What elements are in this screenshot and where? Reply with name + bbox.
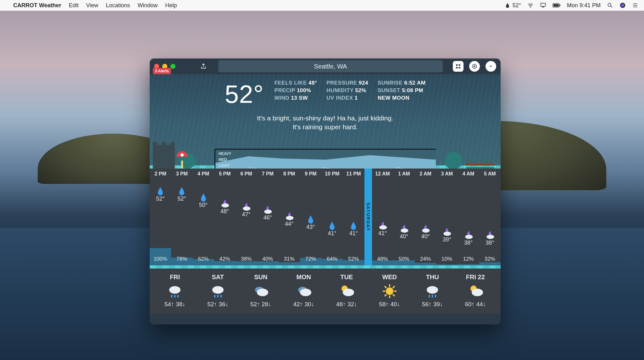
control-center-icon[interactable] [632, 2, 638, 8]
svg-point-17 [445, 152, 462, 169]
svg-point-5 [608, 3, 611, 6]
titlebar: 3 Alerts Seattle, WA [150, 58, 501, 74]
hour-col[interactable]: 4 AM 38° 12% [458, 169, 479, 265]
hour-col[interactable]: 7 PM 46° 40% [257, 169, 278, 265]
hour-col[interactable]: 11 PM 41° 52% [343, 169, 364, 265]
spotlight-icon[interactable] [607, 2, 613, 8]
svg-point-0 [530, 7, 531, 8]
night-cloud-icon [263, 205, 273, 215]
hour-col[interactable]: 8 PM 44° 31% [279, 169, 300, 265]
night-cloud-icon [378, 221, 388, 231]
day-col[interactable]: THU 56 39 [411, 274, 454, 308]
hour-col[interactable]: 3 AM 39° 10% [436, 169, 458, 265]
dropdown-button[interactable] [486, 61, 496, 72]
window-maximize[interactable] [170, 64, 175, 69]
drop-icon [177, 186, 187, 196]
grid-icon [455, 63, 461, 69]
svg-rect-18 [466, 163, 494, 166]
app-menu[interactable]: CARROT Weather [13, 2, 61, 9]
hour-col[interactable]: 5 PM 48° 42% [214, 169, 236, 265]
sun-cloud-icon [325, 284, 368, 298]
scene-bench-icon [438, 139, 501, 173]
svg-rect-4 [559, 4, 560, 6]
night-cloud-icon [241, 202, 251, 212]
svg-point-9 [474, 66, 475, 67]
day-col[interactable]: WED 58 40 [368, 274, 411, 308]
menu-locations[interactable]: Locations [106, 2, 130, 9]
rain-icon [197, 284, 240, 298]
wifi-icon[interactable] [527, 2, 534, 8]
airplay-icon[interactable] [540, 2, 546, 8]
hour-col[interactable]: 1 AM 40° 50% [393, 169, 415, 265]
night-cloud-icon [220, 199, 230, 209]
hour-col[interactable]: 4 PM 50° 62% [193, 169, 214, 265]
hour-col[interactable]: 2 AM 40° 24% [415, 169, 436, 265]
current-conditions: 52° FEELS LIKE 48° PRECIP 100% WIND 13 S… [150, 74, 501, 165]
alerts-badge[interactable]: 3 Alerts [153, 68, 171, 74]
hour-col[interactable]: 5 AM 38° 32% [479, 169, 501, 265]
night-cloud-icon [420, 224, 430, 234]
night-cloud-icon [442, 227, 452, 237]
target-button[interactable] [469, 61, 480, 72]
forecast-mode-button[interactable] [453, 61, 464, 72]
night-cloud-icon [284, 211, 294, 221]
drop-icon [348, 221, 358, 231]
drop-icon [327, 221, 337, 231]
day-col[interactable]: MON 42 30 [282, 274, 325, 308]
sun-icon [368, 284, 411, 298]
menubar-clock[interactable]: Mon 9:41 PM [567, 2, 601, 9]
hour-col[interactable]: 12 AM 41° 48% [372, 169, 393, 265]
day-divider: SATURDAY [364, 169, 372, 265]
partly-cloudy-icon [239, 284, 282, 298]
svg-rect-3 [553, 4, 558, 7]
day-col[interactable]: SUN 52 28 [239, 274, 282, 308]
chevron-down-icon [488, 64, 493, 69]
drop-icon [198, 192, 208, 202]
hour-col[interactable]: 9 PM 43° 72% [300, 169, 321, 265]
day-col[interactable]: FRI 22 60 44 [454, 274, 497, 308]
svg-rect-12 [162, 142, 166, 146]
menubar-weather[interactable]: 52° [504, 2, 521, 9]
partly-cloudy-icon [282, 284, 325, 298]
menu-window[interactable]: Window [137, 2, 158, 9]
target-icon [471, 63, 478, 69]
hourly-forecast[interactable]: 2 PM 52° 100% 3 PM 52° 78% 4 PM 50° 62% … [150, 169, 501, 265]
day-col[interactable]: TUE 48 32 [325, 274, 368, 308]
sun-cloud-icon [454, 284, 497, 298]
hour-col[interactable]: 6 PM 47° 38% [236, 169, 257, 265]
svg-point-16 [180, 153, 184, 157]
menu-view[interactable]: View [86, 2, 98, 9]
night-cloud-icon [399, 224, 409, 234]
menu-edit[interactable]: Edit [69, 2, 79, 9]
share-button[interactable] [199, 62, 208, 71]
svg-point-7 [621, 4, 624, 7]
hour-col[interactable]: 2 PM 52° 100% [150, 169, 171, 265]
app-window: 3 Alerts Seattle, WA 52° FEELS LIKE 48° [150, 58, 501, 324]
drop-icon [306, 214, 316, 224]
day-col[interactable]: SAT 52 36 [197, 274, 240, 308]
share-icon [200, 63, 207, 70]
day-col[interactable]: FRI 54 38 [153, 274, 197, 308]
night-cloud-icon [485, 230, 495, 240]
svg-rect-11 [153, 142, 157, 146]
battery-icon[interactable] [552, 3, 561, 8]
svg-rect-1 [541, 3, 545, 6]
rain-icon [153, 284, 197, 298]
rain-icon [411, 284, 454, 298]
scene-castle-icon [150, 139, 213, 173]
siri-icon[interactable] [619, 2, 626, 8]
svg-rect-13 [170, 142, 175, 146]
mac-menubar: CARROT Weather Edit View Locations Windo… [0, 0, 644, 11]
menu-help[interactable]: Help [165, 2, 177, 9]
drop-icon [504, 2, 511, 8]
drop-icon [155, 186, 165, 196]
hour-col[interactable]: 10 PM 41° 64% [321, 169, 343, 265]
hour-col[interactable]: 3 PM 52° 78% [171, 169, 192, 265]
daily-forecast[interactable]: FRI 54 38 SAT 52 36 SUN 52 28 MON 42 30 … [150, 269, 501, 313]
location-search[interactable]: Seattle, WA [218, 60, 443, 72]
night-cloud-icon [464, 230, 474, 240]
